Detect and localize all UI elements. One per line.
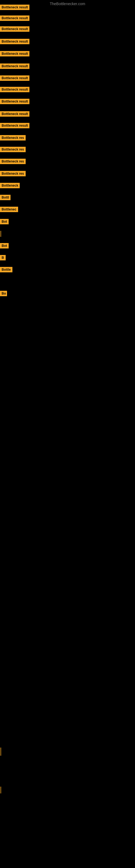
badge-23-label: Bo: [0, 291, 7, 296]
badge-2: Bottleneck result: [0, 16, 30, 22]
badge-1-label: Bottleneck result: [0, 5, 30, 10]
badge-22-label: Bottle: [0, 267, 12, 272]
badge-15-label: Bottleneck res: [0, 171, 26, 176]
badge-9: Bottleneck result: [0, 99, 30, 105]
badge-6-label: Bottleneck result: [0, 63, 30, 69]
badge-1: Bottleneck result: [0, 5, 30, 11]
badge-4: Bottleneck result: [0, 39, 30, 45]
badge-8-label: Bottleneck result: [0, 87, 30, 92]
badge-18: Bottlenec: [0, 207, 18, 213]
badge-23: Bo: [0, 291, 7, 297]
vline-1: [1, 231, 1, 237]
badge-17-label: Bottl: [0, 195, 10, 200]
badge-4-label: Bottleneck result: [0, 39, 30, 44]
badge-16: Bottleneck: [0, 183, 20, 189]
badge-11-label: Bottleneck result: [0, 123, 30, 128]
badge-10: Bottleneck result: [0, 111, 30, 118]
badge-5: Bottleneck result: [0, 51, 30, 58]
badge-16-label: Bottleneck: [0, 183, 20, 188]
badge-21-label: B: [0, 255, 6, 260]
badge-3-label: Bottleneck result: [0, 26, 30, 32]
badge-7-label: Bottleneck result: [0, 75, 30, 81]
badge-13-label: Bottleneck res: [0, 147, 26, 152]
badge-20-label: Bot: [0, 243, 9, 248]
badge-11: Bottleneck result: [0, 123, 30, 129]
badge-21: B: [0, 255, 6, 261]
badge-14-label: Bottleneck res: [0, 159, 26, 164]
badge-19-label: Bot: [0, 219, 9, 224]
badge-8: Bottleneck result: [0, 87, 30, 93]
vline-3: [1, 786, 1, 794]
badge-15: Bottleneck res: [0, 171, 26, 177]
badge-10-label: Bottleneck result: [0, 111, 30, 117]
badge-6: Bottleneck result: [0, 63, 30, 70]
badge-20: Bot: [0, 243, 9, 250]
badge-13: Bottleneck res: [0, 147, 26, 153]
badge-22: Bottle: [0, 267, 12, 273]
badge-7: Bottleneck result: [0, 75, 30, 82]
badge-12: Bottleneck res: [0, 135, 26, 142]
badge-3: Bottleneck result: [0, 26, 30, 33]
badge-17: Bottl: [0, 195, 10, 201]
badge-18-label: Bottlenec: [0, 207, 18, 212]
badge-5-label: Bottleneck result: [0, 51, 30, 56]
badge-9-label: Bottleneck result: [0, 99, 30, 104]
badge-12-label: Bottleneck res: [0, 135, 26, 141]
badge-19: Bot: [0, 219, 9, 225]
badge-2-label: Bottleneck result: [0, 16, 30, 21]
vline-2: [1, 748, 1, 756]
badge-14: Bottleneck res: [0, 159, 26, 165]
